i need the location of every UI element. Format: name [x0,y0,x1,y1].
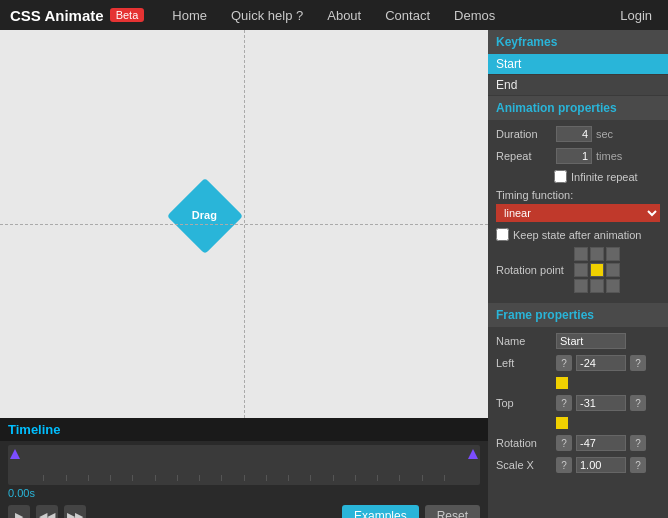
nav-quickhelp[interactable]: Quick help ? [219,0,315,30]
fp-rotation-action-icon[interactable]: ? [630,435,646,451]
anim-props-title: Animation properties [488,96,668,120]
fp-top-label: Top [496,397,552,409]
rotation-grid [574,247,620,293]
fp-name-row: Name [496,333,660,349]
tick-20 [444,475,466,481]
timing-function-label: Timing function: [496,189,660,201]
duration-row: Duration sec [496,126,660,142]
keep-state-label: Keep state after animation [513,229,641,241]
right-panel: Keyframes Start End Animation properties… [488,30,668,518]
rg-cell-3[interactable] [606,247,620,261]
login-link[interactable]: Login [614,8,658,23]
brand-name: CSS Animate [10,7,104,24]
tick-11 [244,475,266,481]
keep-state-checkbox[interactable] [496,228,509,241]
nav-home[interactable]: Home [160,0,219,30]
tick-12 [266,475,288,481]
rg-cell-1[interactable] [574,247,588,261]
fp-scalex-help-icon[interactable]: ? [556,457,572,473]
rotation-point-label: Rotation point [496,264,566,276]
infinite-repeat-checkbox[interactable] [554,170,567,183]
duration-input[interactable] [556,126,592,142]
fp-scalex-action-icon[interactable]: ? [630,457,646,473]
tick-2 [43,475,65,481]
tick-9 [199,475,221,481]
fp-rotation-row: Rotation ? ? [496,435,660,451]
fp-rotation-help-icon[interactable]: ? [556,435,572,451]
rg-cell-2[interactable] [590,247,604,261]
infinite-repeat-label: Infinite repeat [571,171,638,183]
rg-cell-9[interactable] [606,279,620,293]
timeline-time: 0.00s [0,485,488,501]
fp-left-action-icon[interactable]: ? [630,355,646,371]
tick-16 [355,475,377,481]
canvas-area: Drag Timeline [0,30,488,518]
main-layout: Drag Timeline [0,30,668,518]
fastforward-button[interactable]: ▶▶ [64,505,86,518]
fp-top-row: Top ? ? [496,395,660,411]
tick-18 [399,475,421,481]
timeline-track [8,445,480,485]
fp-top-input[interactable] [576,395,626,411]
tick-1 [22,475,43,481]
rg-cell-6[interactable] [606,263,620,277]
timeline-header: Timeline [0,418,488,441]
fp-name-input[interactable] [556,333,626,349]
navbar: CSS Animate Beta Home Quick help ? About… [0,0,668,30]
infinite-repeat-row: Infinite repeat [554,170,660,183]
fp-scalex-input[interactable] [576,457,626,473]
fp-rotation-label: Rotation [496,437,552,449]
rg-cell-8[interactable] [590,279,604,293]
fp-top-color-bar [556,417,568,429]
repeat-row: Repeat times [496,148,660,164]
fp-scalex-label: Scale X [496,459,552,471]
tick-6 [132,475,154,481]
timeline-area: Timeline [0,418,488,518]
fp-scalex-row: Scale X ? ? [496,457,660,473]
fp-left-input[interactable] [576,355,626,371]
tick-19 [422,475,444,481]
timeline-right-buttons: Examples Reset [342,505,480,518]
duration-unit: sec [596,128,613,140]
tick-3 [66,475,88,481]
fp-left-row: Left ? ? [496,355,660,371]
drag-element[interactable]: Drag [167,178,243,254]
fp-left-help-icon[interactable]: ? [556,355,572,371]
drag-label: Drag [192,210,217,223]
rg-cell-5[interactable] [590,263,604,277]
canvas-workspace[interactable]: Drag [0,30,488,418]
timing-function-select[interactable]: linear ease ease-in ease-out ease-in-out [496,204,660,222]
tick-8 [177,475,199,481]
rg-cell-4[interactable] [574,263,588,277]
rg-cell-7[interactable] [574,279,588,293]
nav-demos[interactable]: Demos [442,0,507,30]
animation-properties: Duration sec Repeat times Infinite repea… [488,120,668,303]
examples-button[interactable]: Examples [342,505,419,518]
frame-props-title: Frame properties [488,303,668,327]
fp-rotation-input[interactable] [576,435,626,451]
nav-about[interactable]: About [315,0,373,30]
repeat-unit: times [596,150,622,162]
fp-top-action-icon[interactable]: ? [630,395,646,411]
rewind-button[interactable]: ◀◀ [36,505,58,518]
play-button[interactable]: ▶ [8,505,30,518]
keyframe-end[interactable]: End [488,75,668,96]
fp-name-label: Name [496,335,552,347]
beta-badge: Beta [110,8,145,22]
keyframe-start[interactable]: Start [488,54,668,75]
reset-button[interactable]: Reset [425,505,480,518]
rotation-point-row: Rotation point [496,247,660,293]
keyframes-title: Keyframes [488,30,668,54]
fp-top-help-icon[interactable]: ? [556,395,572,411]
keep-state-row: Keep state after animation [496,228,660,241]
tick-15 [333,475,355,481]
tick-7 [155,475,177,481]
repeat-input[interactable] [556,148,592,164]
tick-5 [110,475,132,481]
duration-label: Duration [496,128,552,140]
fp-left-color-bar [556,377,568,389]
nav-contact[interactable]: Contact [373,0,442,30]
repeat-label: Repeat [496,150,552,162]
tick-4 [88,475,110,481]
tick-14 [310,475,332,481]
